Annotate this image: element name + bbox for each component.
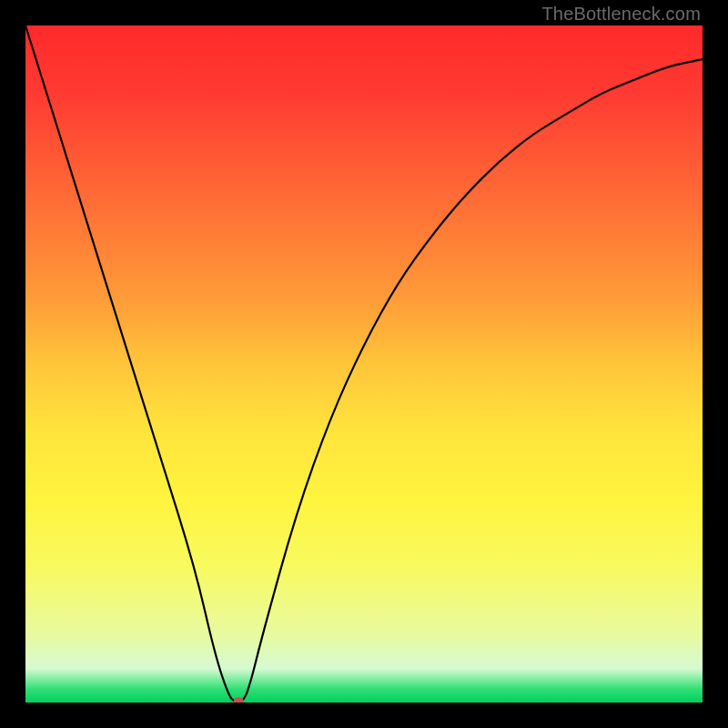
minimum-marker: [233, 697, 244, 703]
plot-area: [25, 25, 703, 703]
curve-svg: [25, 25, 703, 703]
watermark-text: TheBottleneck.com: [541, 4, 701, 25]
chart-frame: TheBottleneck.com: [0, 0, 728, 728]
bottleneck-curve-path: [25, 25, 703, 703]
